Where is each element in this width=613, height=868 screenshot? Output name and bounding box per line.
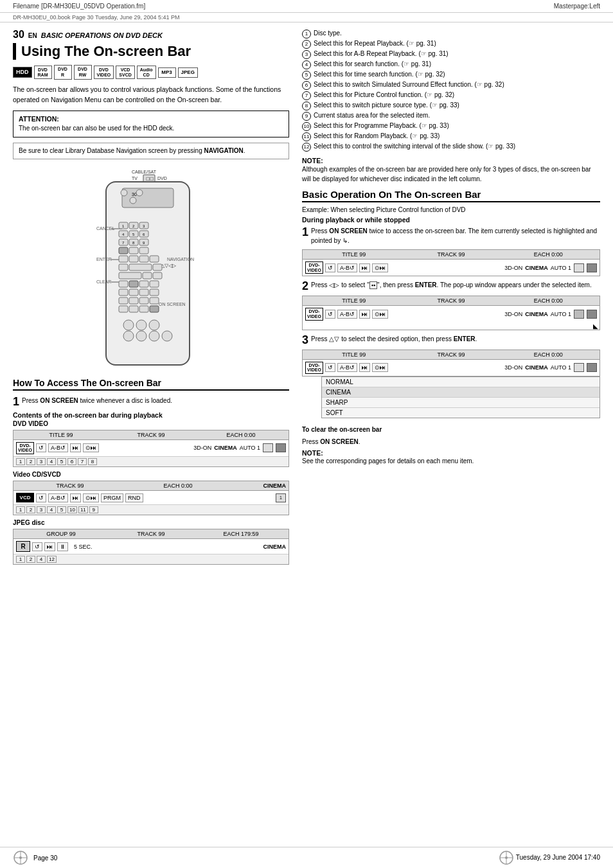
b1-sq2 [587, 263, 597, 272]
num-2: 2 [26, 458, 35, 465]
list-item: 11 Select this for Random Playback. (☞ p… [302, 132, 600, 141]
jpeg-bar-body: R ↺ ⏭ ⏸ 5 SEC. CINEMA [13, 539, 289, 554]
format-icon-audio-cd: AudioCD [137, 66, 156, 79]
b3-dvd-badge: DVD-VIDEO [305, 362, 323, 374]
vcd-num-3: 3 [37, 506, 46, 513]
item-text-8: Select this to switch picture source typ… [314, 101, 600, 111]
each-label: EACH 0:00 [196, 432, 286, 438]
vcd-skip-icon: ⏭ [70, 493, 81, 502]
b2-icons: ↺ A-B↺ ⏭ ⊙⏭ 3D-ON CINEMA AUTO 1 [325, 310, 597, 319]
item-num-9: 9 [302, 112, 311, 121]
b1-each: EACH 0:00 [500, 251, 597, 258]
svg-rect-51 [129, 281, 138, 287]
num-5: 5 [57, 458, 66, 465]
footer-page: Page 30 [33, 855, 57, 862]
num-3: 3 [37, 458, 46, 465]
item-text-4: Select this for search function. (☞ pg. … [314, 60, 600, 69]
vcd-bar-header: TRACK 99 EACH 0:00 CINEMA [13, 481, 289, 491]
svg-rect-42 [119, 264, 128, 270]
item-text-11: Select this for Random Playback. (☞ pg. … [314, 132, 600, 141]
basic-step3-text: Press △▽ to select the desired option, t… [311, 334, 600, 346]
intro-text: The on-screen bar allows you to control … [13, 85, 289, 105]
sub-header: DR-MH30EU_00.book Page 30 Tuesday, June … [0, 13, 613, 22]
num-8: 8 [88, 458, 97, 465]
b3-icons: ↺ A-B↺ ⏭ ⊙⏭ 3D-ON CINEMA AUTO 1 [325, 363, 597, 372]
basic-bar1-header: TITLE 99 TRACK 99 EACH 0:00 [303, 250, 600, 260]
svg-rect-39 [150, 256, 159, 262]
basic-bar2-header: TITLE 99 TRACK 99 EACH 0:00 [303, 296, 600, 306]
svg-rect-31 [119, 247, 128, 254]
vcd-label: Video CD/SVCD [13, 471, 289, 478]
search-icon: ⊙⏭ [83, 443, 99, 452]
b1-title: TITLE 99 [305, 251, 402, 258]
dvd-bar-body: DVD-VIDEO ↺ A-B↺ ⏭ ⊙⏭ 3D-ON CINEMA AUTO … [13, 440, 289, 456]
svg-point-67 [123, 320, 134, 330]
item-num-10: 10 [302, 122, 311, 131]
dvd-onscreen-bar: TITLE 99 TRACK 99 EACH 0:00 DVD-VIDEO ↺ … [13, 430, 289, 467]
section-title: BASIC OPERATIONS ON DVD DECK [41, 31, 163, 39]
b3-skip: ⏭ [359, 363, 370, 372]
b2-title: TITLE 99 [305, 297, 402, 304]
b2-search: ⊙⏭ [372, 310, 388, 319]
attention-box: ATTENTION: The on-screen bar can also be… [13, 111, 289, 137]
svg-rect-48 [143, 272, 152, 279]
b3-repeat: ↺ [325, 363, 335, 372]
item-num-3: 3 [302, 50, 311, 59]
header-filename: Filename [DR-MH30EU_05DVD Operation.fm] [13, 3, 145, 10]
item-text-5: Select this for time search function. (☞… [314, 70, 600, 80]
list-item: 9 Current status area for the selected i… [302, 111, 600, 121]
b3-title: TITLE 99 [305, 351, 402, 358]
contents-label: Contents of the on-screen bar during pla… [13, 411, 289, 419]
track-label: TRACK 99 [106, 432, 196, 438]
jpeg-repeat-icon: ↺ [32, 542, 42, 551]
popup-triangle: ◣ [303, 323, 600, 330]
item-text-1: Disc type. [314, 29, 600, 39]
b2-skip: ⏭ [359, 310, 370, 319]
svg-rect-59 [129, 297, 138, 304]
jpeg-num-2: 2 [26, 556, 35, 563]
basic-bar3-body: DVD-VIDEO ↺ A-B↺ ⏭ ⊙⏭ 3D-ON CINEMA AUTO … [303, 360, 600, 376]
ab-repeat-icon: A-B↺ [48, 443, 68, 452]
basic-step1-text: Press ON SCREEN twice to access the on-s… [311, 226, 600, 245]
svg-rect-52 [139, 281, 148, 287]
note-box: NOTE: Although examples of the on-screen… [302, 157, 600, 184]
clear-note-section: To clear the on-screen bar Press ON SCRE… [302, 425, 600, 466]
basic-step2-number: 2 [302, 280, 308, 292]
b1-cinema: CINEMA [525, 265, 548, 271]
item-num-4: 4 [302, 60, 311, 69]
dvd-video-label: DVD VIDEO [13, 420, 289, 427]
list-item: 8 Select this to switch picture source t… [302, 101, 600, 111]
vcd-onscreen-bar: TRACK 99 EACH 0:00 CINEMA VCD ↺ A-B↺ ⏭ ⊙… [13, 481, 289, 515]
item-text-9: Current status area for the selected ite… [314, 111, 600, 121]
vcd-rnd-icon: RND [125, 493, 143, 502]
jpeg-number-row: 1 2 4 12 [13, 554, 289, 564]
jpeg-skip-icon: ⏭ [44, 542, 55, 551]
format-icon-dvd-rw: DVDRW [74, 65, 92, 80]
main-content: 30 EN BASIC OPERATIONS ON DVD DECK Using… [0, 22, 613, 574]
vcd-num-11: 11 [78, 506, 88, 513]
svg-text:ON SCREEN: ON SCREEN [159, 302, 186, 306]
format-icon-hdd: HDD [13, 67, 32, 78]
b3-ab: A-B↺ [337, 363, 357, 372]
b3-track: TRACK 99 [402, 351, 499, 358]
svg-rect-44 [153, 264, 162, 270]
nav-note-box: Be sure to clear Library Database Naviga… [13, 143, 289, 159]
vcd-num-9: 9 [89, 506, 98, 513]
right-column: 1 Disc type. 2 Select this for Repeat Pl… [302, 29, 600, 567]
example-text: Example: When selecting Picture Control … [302, 206, 600, 213]
b3-sq2 [587, 363, 597, 372]
footer-compass-right-icon [499, 850, 514, 865]
en-label: EN [28, 32, 37, 39]
format-icon-jpeg: JPEG [178, 67, 198, 78]
attention-text: The on-screen bar can also be used for t… [19, 124, 283, 133]
svg-rect-36 [119, 256, 128, 262]
basic-step2-text: Press ◁▷ to select "▪▪", then press ENTE… [311, 280, 600, 292]
b3-sq1 [574, 363, 584, 372]
format-icon-vcd-svcd: VCDSVCD [116, 66, 134, 79]
svg-text:CABLE/SAT: CABLE/SAT [132, 170, 157, 174]
svg-point-77 [19, 856, 22, 859]
svg-text:☐☐: ☐☐ [146, 177, 154, 181]
basic-bar2-body: DVD-VIDEO ↺ A-B↺ ⏭ ⊙⏭ 3D-ON CINEMA AUTO … [303, 306, 600, 322]
item-text-6: Select this to switch Simulated Surround… [314, 80, 600, 90]
vcd-num-2: 2 [26, 506, 35, 513]
